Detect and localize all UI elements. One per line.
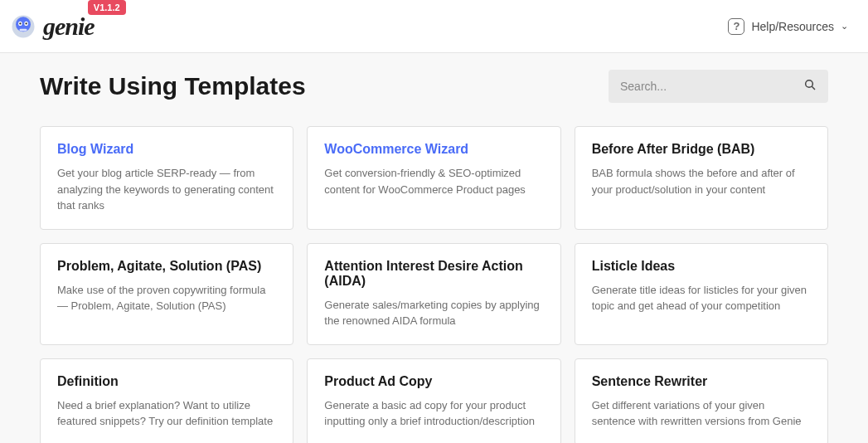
template-card-title: Problem, Agitate, Solution (PAS)	[57, 259, 276, 274]
template-card-desc: Get conversion-friendly & SEO-optimized …	[324, 165, 543, 197]
template-card-desc: Generate title ideas for listicles for y…	[592, 282, 811, 314]
help-label: Help/Resources	[751, 20, 834, 33]
help-icon: ?	[728, 18, 744, 35]
template-card-desc: Make use of the proven copywriting formu…	[57, 282, 276, 314]
template-card[interactable]: Problem, Agitate, Solution (PAS)Make use…	[40, 243, 293, 345]
svg-rect-6	[20, 28, 27, 31]
page-title: Write Using Templates	[40, 72, 306, 100]
template-card-desc: Need a brief explanation? Want to utiliz…	[57, 397, 276, 430]
main-content: Write Using Templates Blog WizardGet you…	[0, 53, 868, 443]
svg-point-4	[19, 22, 21, 24]
help-resources-link[interactable]: ? Help/Resources ⌄	[728, 18, 848, 35]
template-card[interactable]: Attention Interest Desire Action (AIDA)G…	[307, 243, 560, 345]
template-card-title: Listicle Ideas	[592, 259, 811, 274]
template-card[interactable]: Before After Bridge (BAB)BAB formula sho…	[575, 126, 828, 230]
search-input[interactable]	[620, 80, 803, 93]
template-card-title: Before After Bridge (BAB)	[592, 142, 811, 157]
title-row: Write Using Templates	[40, 70, 828, 103]
template-card-title: Definition	[57, 374, 276, 389]
template-card-title: WooCommerce Wizard	[324, 142, 543, 157]
version-badge: V1.1.2	[88, 0, 126, 15]
template-card[interactable]: WooCommerce WizardGet conversion-friendl…	[307, 126, 560, 230]
template-card-desc: Get your blog article SERP-ready — from …	[57, 165, 276, 214]
template-card-title: Blog Wizard	[57, 142, 276, 157]
template-card[interactable]: Product Ad CopyGenerate a basic ad copy …	[307, 358, 560, 444]
template-card-title: Attention Interest Desire Action (AIDA)	[324, 259, 543, 289]
template-card-desc: Generate sales/marketing copies by apply…	[324, 297, 543, 329]
genie-logo-icon	[8, 12, 38, 41]
search-icon	[803, 78, 817, 95]
template-card-desc: Generate a basic ad copy for your produc…	[324, 397, 543, 430]
template-card[interactable]: DefinitionNeed a brief explanation? Want…	[40, 358, 293, 444]
template-card-title: Sentence Rewriter	[592, 374, 811, 389]
templates-grid: Blog WizardGet your blog article SERP-re…	[40, 126, 828, 443]
template-card-desc: BAB formula shows the before and after o…	[592, 165, 811, 197]
search-box[interactable]	[609, 70, 828, 103]
svg-point-5	[26, 22, 27, 24]
template-card-title: Product Ad Copy	[324, 374, 543, 389]
template-card[interactable]: Sentence RewriterGet different variation…	[575, 358, 828, 444]
template-card[interactable]: Listicle IdeasGenerate title ideas for l…	[575, 243, 828, 345]
svg-point-7	[806, 80, 813, 88]
template-card[interactable]: Blog WizardGet your blog article SERP-re…	[40, 126, 293, 230]
app-header: genie V1.1.2 ? Help/Resources ⌄	[0, 0, 868, 53]
logo-text: genie	[43, 12, 95, 41]
svg-line-8	[812, 86, 815, 90]
template-card-desc: Get different variations of your given s…	[592, 397, 811, 430]
chevron-down-icon: ⌄	[841, 21, 848, 32]
logo[interactable]: genie V1.1.2	[8, 12, 95, 41]
